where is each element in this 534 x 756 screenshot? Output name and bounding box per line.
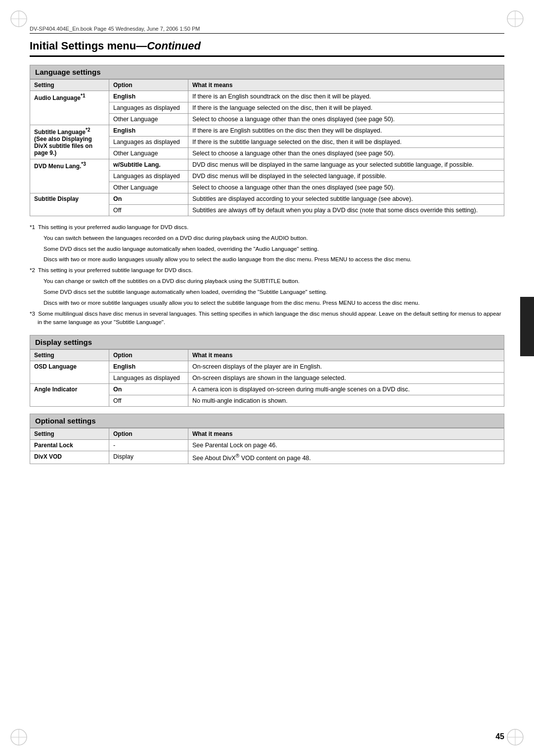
what-w-subtitle-lang: DVD disc menus will be displayed in the … <box>188 159 504 171</box>
header-bar: DV-SP404.404E_En.book Page 45 Wednesday,… <box>30 26 504 34</box>
setting-subtitle-language: Subtitle Language*2(See also Displaying … <box>30 125 109 159</box>
language-settings-table: Setting Option What it means Audio Langu… <box>30 79 504 216</box>
what-lang-displayed-audio: If there is the language selected on the… <box>188 102 504 114</box>
what-lang-displayed-dvd: DVD disc menus will be displayed in the … <box>188 171 504 182</box>
footnote-2-line-1: *2 This setting is your preferred subtit… <box>30 266 504 275</box>
footnote-1-line-1: *1 This setting is your preferred audio … <box>30 223 504 232</box>
col-setting-display: Setting <box>30 350 109 361</box>
setting-dvd-menu-lang: DVD Menu Lang.*3 <box>30 159 109 193</box>
corner-mark-tr <box>505 9 525 29</box>
footnote-1-line-4: Discs with two or more audio languages u… <box>30 255 504 264</box>
col-what-display: What it means <box>188 350 504 361</box>
table-row: Angle Indicator On A camera icon is disp… <box>30 384 504 395</box>
optional-settings-table: Setting Option What it means Parental Lo… <box>30 428 504 464</box>
setting-subtitle-display: Subtitle Display <box>30 193 109 216</box>
page-title: Initial Settings menu—Continued <box>30 40 504 57</box>
page-wrapper: DV-SP404.404E_En.book Page 45 Wednesday,… <box>0 0 534 756</box>
option-divx-vod: Display <box>109 451 188 464</box>
what-other-lang-subtitle: Select to choose a language other than t… <box>188 148 504 159</box>
corner-mark-br <box>505 727 525 747</box>
option-other-lang-subtitle: Other Language <box>109 148 188 159</box>
display-settings-table: Setting Option What it means OSD Languag… <box>30 349 504 407</box>
page-title-prefix: Initial Settings menu <box>30 40 136 52</box>
corner-mark-tl <box>9 9 29 29</box>
setting-divx-vod: DivX VOD <box>30 451 109 464</box>
option-other-language: Other Language <box>109 114 188 125</box>
option-english-subtitle: English <box>109 125 188 137</box>
footnote-2-line-4: Discs with two or more subtitle language… <box>30 299 504 308</box>
setting-angle-indicator: Angle Indicator <box>30 384 109 407</box>
option-lang-displayed-subtitle: Languages as displayed <box>109 137 188 148</box>
table-header-row: Setting Option What it means <box>30 80 504 91</box>
footnote-1-line-3: Some DVD discs set the audio language au… <box>30 245 504 254</box>
what-other-lang-dvd: Select to choose a language other than t… <box>188 182 504 193</box>
page-title-suffix: —Continued <box>136 40 201 52</box>
what-lang-displayed-osd: On-screen displays are shown in the lang… <box>188 373 504 384</box>
table-row: OSD Language English On-screen displays … <box>30 361 504 373</box>
footnote-2-line-3: Some DVD discs set the subtitle language… <box>30 288 504 297</box>
setting-osd-language: OSD Language <box>30 361 109 384</box>
col-option-optional: Option <box>109 428 188 440</box>
main-content: Initial Settings menu—Continued Language… <box>30 40 504 726</box>
language-footnotes: *1 This setting is your preferred audio … <box>30 223 504 327</box>
table-row: Subtitle Language*2(See also Displaying … <box>30 125 504 137</box>
option-lang-displayed-osd: Languages as displayed <box>109 373 188 384</box>
col-what: What it means <box>188 80 504 91</box>
footnote-2-line-2: You can change or switch off the subtitl… <box>30 277 504 286</box>
col-option-display: Option <box>109 350 188 361</box>
what-english-subtitle: If there is are English subtitles on the… <box>188 125 504 137</box>
footnote-1-line-2: You can switch between the languages rec… <box>30 234 504 243</box>
what-parental-lock: See Parental Lock on page 46. <box>188 440 504 451</box>
col-setting: Setting <box>30 80 109 91</box>
option-english-osd: English <box>109 361 188 373</box>
option-w-subtitle-lang: w/Subtitle Lang. <box>109 159 188 171</box>
page-number: 45 <box>495 732 504 741</box>
what-other-lang-audio: Select to choose a language other than t… <box>188 114 504 125</box>
table-row: Audio Language*1 English If there is an … <box>30 91 504 102</box>
table-header-row: Setting Option What it means <box>30 428 504 440</box>
option-off-subtitle: Off <box>109 205 188 216</box>
table-row: Parental Lock - See Parental Lock on pag… <box>30 440 504 451</box>
col-option: Option <box>109 80 188 91</box>
header-text: DV-SP404.404E_En.book Page 45 Wednesday,… <box>30 26 200 32</box>
section-heading-optional: Optional settings <box>30 414 504 428</box>
option-english: English <box>109 91 188 102</box>
table-row: Subtitle Display On Subtitles are displa… <box>30 193 504 205</box>
setting-audio-language: Audio Language*1 <box>30 91 109 125</box>
what-english-audio: If there is an English soundtrack on the… <box>188 91 504 102</box>
setting-parental-lock: Parental Lock <box>30 440 109 451</box>
footnote-3-line-1: *3 Some multilingual discs have disc men… <box>30 310 504 328</box>
table-row: DVD Menu Lang.*3 w/Subtitle Lang. DVD di… <box>30 159 504 171</box>
what-divx-vod: See About DivX® VOD content on page 48. <box>188 451 504 464</box>
table-row: DivX VOD Display See About DivX® VOD con… <box>30 451 504 464</box>
right-tab-bar <box>520 297 534 356</box>
option-lang-as-displayed: Languages as displayed <box>109 102 188 114</box>
section-heading-language: Language settings <box>30 65 504 79</box>
what-off-angle: No multi-angle indication is shown. <box>188 395 504 407</box>
col-what-optional: What it means <box>188 428 504 440</box>
table-header-row: Setting Option What it means <box>30 350 504 361</box>
option-parental-lock: - <box>109 440 188 451</box>
option-off-angle: Off <box>109 395 188 407</box>
col-setting-optional: Setting <box>30 428 109 440</box>
corner-mark-bl <box>9 727 29 747</box>
option-other-lang-dvd: Other Language <box>109 182 188 193</box>
option-lang-displayed-dvd: Languages as displayed <box>109 171 188 182</box>
option-on-subtitle: On <box>109 193 188 205</box>
what-english-osd: On-screen displays of the player are in … <box>188 361 504 373</box>
what-on-angle: A camera icon is displayed on-screen dur… <box>188 384 504 395</box>
section-heading-display: Display settings <box>30 335 504 349</box>
option-on-angle: On <box>109 384 188 395</box>
what-lang-displayed-subtitle: If there is the subtitle language select… <box>188 137 504 148</box>
what-on-subtitle: Subtitles are displayed according to you… <box>188 193 504 205</box>
what-off-subtitle: Subtitles are always off by default when… <box>188 205 504 216</box>
